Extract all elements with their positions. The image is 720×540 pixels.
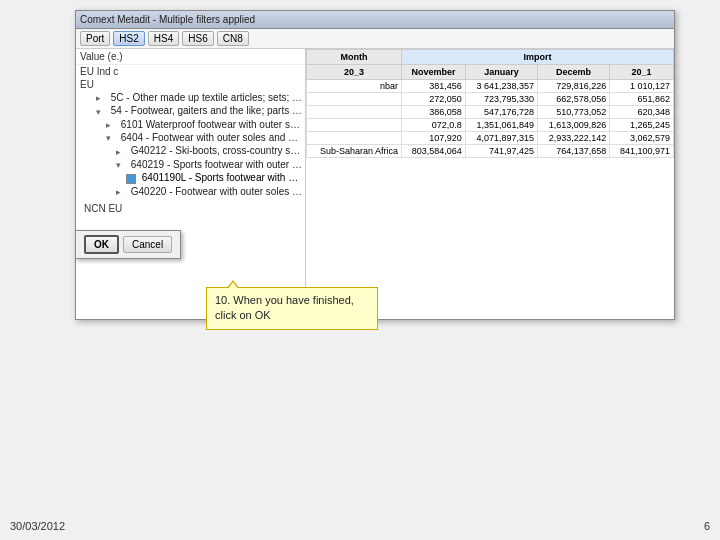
footer: 30/03/2012 6 (10, 520, 710, 532)
expand-icon-54: ▾ (96, 107, 106, 117)
row4-v1: 072,0.8 (402, 119, 466, 132)
app-window: Comext Metadit - Multiple filters applie… (75, 10, 675, 320)
value-label: Value (e.) (76, 49, 305, 65)
tree-item-g40212[interactable]: ▸ G40212 - Ski-boots, cross-country ski … (76, 144, 305, 157)
row2-v1: 272,050 (402, 93, 466, 106)
hs6-button[interactable]: HS6 (182, 31, 213, 46)
row2-empty (307, 93, 402, 106)
table-row: 272,050 723,795,330 662,578,056 651,862 (307, 93, 674, 106)
expand-icon-5c: ▸ (96, 93, 106, 103)
ok-cancel-overlay: OK Cancel (75, 230, 181, 259)
row4-v4: 1,265,245 (610, 119, 674, 132)
tree-item-g40220[interactable]: ▸ G40220 - Footwear with outer soles and… (76, 185, 305, 198)
row6-v4: 841,100,971 (610, 145, 674, 158)
tree-item-54[interactable]: ▾ 54 - Footwear, gaiters and the like; p… (76, 104, 305, 117)
row4-v3: 1,613,009,826 (538, 119, 610, 132)
tree-item-6101[interactable]: ▸ 6101 Waterproof footwear with outer so… (76, 118, 305, 131)
annotation-box: 10. When you have finished, click on OK (206, 287, 378, 330)
tree-item-6404[interactable]: ▾ 6404 - Footwear with outer soles and u… (76, 131, 305, 144)
annotation-text: 10. When you have finished, click on OK (215, 294, 354, 321)
col4-header: January (465, 65, 537, 80)
row1-v1: 381,456 (402, 80, 466, 93)
tree-label-g40212: G40212 - Ski-boots, cross-country ski fo… (131, 145, 305, 156)
hs4-button[interactable]: HS4 (148, 31, 179, 46)
checkbox-6401190l[interactable] (126, 174, 136, 184)
ok-button[interactable]: OK (84, 235, 119, 254)
table-row: 107,920 4,071,897,315 2,933,222,142 3,06… (307, 132, 674, 145)
tree-label-5c: 5C - Other made up textile articles; set… (111, 92, 305, 103)
col5-header: Decemb (538, 65, 610, 80)
eu-ind-label: EU Ind c (76, 65, 305, 78)
row6-v3: 764,137,658 (538, 145, 610, 158)
row5-v3: 2,933,222,142 (538, 132, 610, 145)
row2-v3: 662,578,056 (538, 93, 610, 106)
tree-label-6101: 6101 Waterproof footwear with outer sole… (121, 119, 305, 130)
tree-item-5c[interactable]: ▸ 5C - Other made up textile articles; s… (76, 91, 305, 104)
row3-v1: 386,058 (402, 106, 466, 119)
tree-label-6404: 6404 - Footwear with outer soles and upp… (121, 132, 305, 143)
expand-icon-640219: ▾ (116, 160, 126, 170)
row1-v4: 1 010,127 (610, 80, 674, 93)
port-button[interactable]: Port (80, 31, 110, 46)
cn8-button[interactable]: CN8 (217, 31, 249, 46)
tree-item-640219[interactable]: ▾ 640219 - Sports footwear with outer so… (76, 158, 305, 171)
row5-v2: 4,071,897,315 (465, 132, 537, 145)
row4-empty (307, 119, 402, 132)
expand-icon-6404: ▾ (106, 133, 116, 143)
row3-v2: 547,176,728 (465, 106, 537, 119)
footer-date: 30/03/2012 (10, 520, 65, 532)
import-header: Import (402, 50, 674, 65)
content-area: Value (e.) EU Ind c EU ▸ 5C - Other made… (76, 49, 674, 303)
window-title-bar: Comext Metadit - Multiple filters applie… (76, 11, 674, 29)
row1-v2: 3 641,238,357 (465, 80, 537, 93)
row1-nbar: nbar (307, 80, 402, 93)
row5-v4: 3,062,579 (610, 132, 674, 145)
left-panel: Value (e.) EU Ind c EU ▸ 5C - Other made… (76, 49, 306, 303)
footer-page: 6 (704, 520, 710, 532)
table-row: nbar 381,456 3 641,238,357 729,816,226 1… (307, 80, 674, 93)
expand-icon-6101: ▸ (106, 120, 116, 130)
row6-label: Sub-Saharan Africa (307, 145, 402, 158)
expand-icon-g40220: ▸ (116, 187, 126, 197)
row6-v2: 741,97,425 (465, 145, 537, 158)
expand-icon-g40212: ▸ (116, 147, 126, 157)
row6-v1: 803,584,064 (402, 145, 466, 158)
tree-label-54: 54 - Footwear, gaiters and the like; par… (111, 105, 305, 116)
eu-label: EU (76, 78, 305, 91)
col3-header: November (402, 65, 466, 80)
col2-header: 20_1 (610, 65, 674, 80)
non-eu-label: NCN EU (76, 202, 305, 215)
table-row: 072,0.8 1,351,061,849 1,613,009,826 1,26… (307, 119, 674, 132)
row5-v1: 107,920 (402, 132, 466, 145)
row3-v4: 620,348 (610, 106, 674, 119)
row5-empty (307, 132, 402, 145)
row3-v3: 510,773,052 (538, 106, 610, 119)
col1-header: 20_3 (307, 65, 402, 80)
row2-v2: 723,795,330 (465, 93, 537, 106)
row3-empty (307, 106, 402, 119)
data-table: Month Import 20_3 November January Decem… (306, 49, 674, 158)
hs2-button[interactable]: HS2 (113, 31, 144, 46)
table-row: 386,058 547,176,728 510,773,052 620,348 (307, 106, 674, 119)
toolbar: Port HS2 HS4 HS6 CN8 (76, 29, 674, 49)
cancel-button[interactable]: Cancel (123, 236, 172, 253)
right-panel: Month Import 20_3 November January Decem… (306, 49, 674, 303)
tree-item-6401190l[interactable]: 6401190L - Sports footwear with outer (76, 171, 305, 184)
tree-label-640219: 640219 - Sports footwear with outer sole… (131, 159, 305, 170)
row1-v3: 729,816,226 (538, 80, 610, 93)
row2-v4: 651,862 (610, 93, 674, 106)
row4-v2: 1,351,061,849 (465, 119, 537, 132)
month-header: Month (307, 50, 402, 65)
table-row-sub-saharan: Sub-Saharan Africa 803,584,064 741,97,42… (307, 145, 674, 158)
tree-label-6401190l: 6401190L - Sports footwear with outer (142, 172, 305, 183)
window-title: Comext Metadit - Multiple filters applie… (80, 14, 255, 25)
tree-label-g40220: G40220 - Footwear with outer soles and u… (131, 186, 305, 197)
page-container: Comext Metadit - Multiple filters applie… (0, 0, 720, 540)
